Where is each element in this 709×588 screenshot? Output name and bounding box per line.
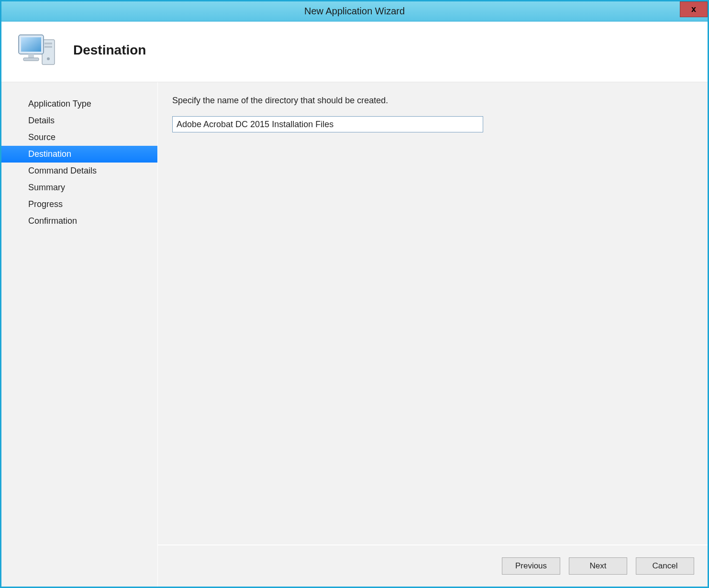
sidebar-item-label: Progress bbox=[28, 199, 63, 209]
sidebar-item-confirmation[interactable]: Confirmation bbox=[1, 213, 157, 229]
svg-rect-8 bbox=[23, 58, 39, 61]
wizard-window: New Application Wizard x bbox=[0, 0, 709, 588]
wizard-header: Destination bbox=[1, 22, 708, 82]
sidebar-item-label: Source bbox=[28, 132, 55, 142]
directory-name-input[interactable] bbox=[172, 116, 483, 132]
window-title: New Application Wizard bbox=[304, 6, 405, 17]
previous-button[interactable]: Previous bbox=[502, 557, 560, 575]
sidebar-item-label: Confirmation bbox=[28, 216, 77, 226]
wizard-body: Application Type Details Source Destinat… bbox=[1, 82, 708, 587]
sidebar-item-label: Details bbox=[28, 116, 55, 125]
instruction-text: Specify the name of the directory that s… bbox=[172, 96, 693, 106]
svg-rect-7 bbox=[28, 54, 34, 58]
wizard-sidebar: Application Type Details Source Destinat… bbox=[1, 82, 157, 587]
sidebar-item-summary[interactable]: Summary bbox=[1, 179, 157, 196]
sidebar-item-label: Application Type bbox=[28, 99, 91, 109]
sidebar-item-label: Summary bbox=[28, 183, 65, 192]
close-icon: x bbox=[691, 4, 696, 14]
svg-point-3 bbox=[47, 57, 50, 60]
sidebar-item-source[interactable]: Source bbox=[1, 129, 157, 146]
wizard-main: Specify the name of the directory that s… bbox=[157, 82, 708, 587]
page-title: Destination bbox=[73, 43, 146, 58]
cancel-button[interactable]: Cancel bbox=[636, 557, 694, 575]
sidebar-item-command-details[interactable]: Command Details bbox=[1, 163, 157, 179]
sidebar-item-application-type[interactable]: Application Type bbox=[1, 96, 157, 112]
titlebar: New Application Wizard x bbox=[1, 1, 708, 22]
sidebar-item-destination[interactable]: Destination bbox=[1, 146, 157, 163]
next-button[interactable]: Next bbox=[569, 557, 627, 575]
sidebar-item-details[interactable]: Details bbox=[1, 112, 157, 129]
wizard-footer: Previous Next Cancel bbox=[157, 544, 708, 587]
svg-rect-6 bbox=[21, 37, 41, 52]
svg-rect-1 bbox=[44, 43, 52, 44]
computer-icon bbox=[16, 31, 59, 69]
sidebar-item-label: Destination bbox=[28, 149, 71, 159]
close-button[interactable]: x bbox=[680, 1, 708, 17]
svg-rect-2 bbox=[44, 46, 52, 48]
content-area: Specify the name of the directory that s… bbox=[157, 82, 708, 544]
sidebar-item-label: Command Details bbox=[28, 166, 97, 175]
sidebar-item-progress[interactable]: Progress bbox=[1, 196, 157, 213]
